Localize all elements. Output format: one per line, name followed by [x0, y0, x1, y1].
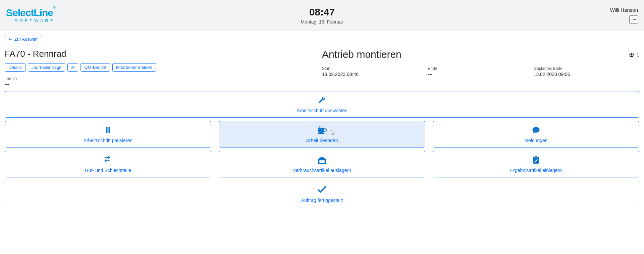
people-count: 1: [629, 52, 639, 57]
check-icon: [317, 186, 327, 195]
chat-icon: [531, 126, 541, 135]
end-work-tile[interactable]: Arbeit beenden: [219, 121, 425, 147]
pause-icon: [103, 126, 113, 135]
end-value: ---: [428, 72, 533, 77]
topbar: SelectLine® SOFTWARE 08:47 Montag, 13. F…: [0, 0, 644, 31]
back-label: Zur Auswahl: [14, 37, 39, 42]
camera-button[interactable]: [67, 63, 78, 72]
user-name: Willi Hansen: [610, 7, 638, 13]
svg-point-3: [633, 53, 634, 55]
messages-tile[interactable]: Meldungen: [433, 121, 639, 147]
report-employee-button[interactable]: Mitarbeiter melden: [112, 63, 156, 72]
logo-line2: SOFTWARE: [6, 18, 55, 23]
clock-time: 08:47: [301, 6, 343, 18]
tile-label: Gut- und Schlechtteile: [85, 168, 131, 173]
warehouse-icon: [317, 156, 327, 165]
app-logo: SelectLine® SOFTWARE: [6, 8, 55, 23]
tile-label: Arbeitsschritt auswählen: [297, 108, 347, 113]
tile-label: Auftrag fertiggestellt: [301, 198, 343, 203]
pause-step-tile[interactable]: Arbeitsschritt pausieren: [5, 121, 211, 147]
svg-rect-8: [319, 161, 324, 162]
clock-date: Montag, 13. Februar: [301, 19, 343, 25]
back-to-selection-button[interactable]: Zur Auswahl: [5, 35, 42, 43]
page-body: Zur Auswahl FA70 - Rennrad Details Journ…: [0, 31, 644, 215]
svg-rect-11: [535, 156, 537, 158]
store-result-tile[interactable]: Ergebnisartikel einlagern: [433, 151, 639, 177]
svg-rect-5: [109, 127, 110, 133]
tile-label: Arbeitsschritt pausieren: [84, 138, 132, 143]
withdraw-tile[interactable]: Verbrauchsartikel auslagern: [219, 151, 425, 177]
tile-label: Verbrauchsartikel auslagern: [293, 168, 351, 173]
end-label: Ende: [428, 66, 533, 71]
qm-report-button[interactable]: QM-Bericht: [80, 63, 110, 72]
wrench-icon: [317, 96, 327, 105]
journal-button[interactable]: Journaleinträge: [28, 63, 65, 72]
termin-value: ---: [5, 82, 322, 87]
svg-rect-4: [106, 127, 107, 133]
details-button[interactable]: Details: [5, 63, 25, 72]
planned-end-label: Geplantes Ende: [534, 66, 639, 71]
tile-label: Arbeit beenden: [306, 138, 338, 143]
people-count-value: 1: [637, 52, 639, 57]
transfer-icon: [103, 156, 113, 165]
svg-point-1: [631, 53, 633, 55]
users-icon: [629, 52, 635, 57]
task-title: Antrieb montieren: [322, 49, 639, 60]
svg-rect-7: [319, 160, 324, 161]
complete-order-tile[interactable]: Auftrag fertiggestellt: [5, 181, 639, 207]
logout-button[interactable]: [629, 15, 638, 24]
mouse-cursor-icon: [330, 129, 336, 136]
arrow-left-icon: [8, 37, 12, 41]
svg-point-2: [629, 53, 631, 55]
planned-end-value: 13.02.2023 09:06: [534, 72, 639, 77]
svg-rect-9: [319, 162, 324, 163]
start-value: 13.02.2023 08:46: [322, 72, 428, 77]
start-label: Start: [322, 66, 428, 71]
tile-label: Meldungen: [524, 138, 547, 143]
user-block: Willi Hansen: [610, 7, 638, 24]
svg-point-0: [72, 67, 73, 68]
termin-label: Termin: [5, 76, 322, 81]
logout-icon: [631, 17, 636, 22]
svg-rect-10: [533, 157, 539, 164]
tile-label: Ergebnisartikel einlagern: [510, 168, 562, 173]
page-title: FA70 - Rennrad: [5, 49, 322, 59]
coffee-icon: [317, 126, 327, 135]
select-step-tile[interactable]: Arbeitsschritt auswählen: [5, 91, 639, 118]
clock: 08:47 Montag, 13. Februar: [301, 6, 343, 25]
logo-line1: SelectLine®: [6, 8, 55, 18]
camera-icon: [70, 66, 75, 70]
clipboard-check-icon: [531, 156, 541, 165]
good-bad-tile[interactable]: Gut- und Schlechtteile: [5, 151, 211, 177]
svg-rect-6: [318, 133, 325, 134]
